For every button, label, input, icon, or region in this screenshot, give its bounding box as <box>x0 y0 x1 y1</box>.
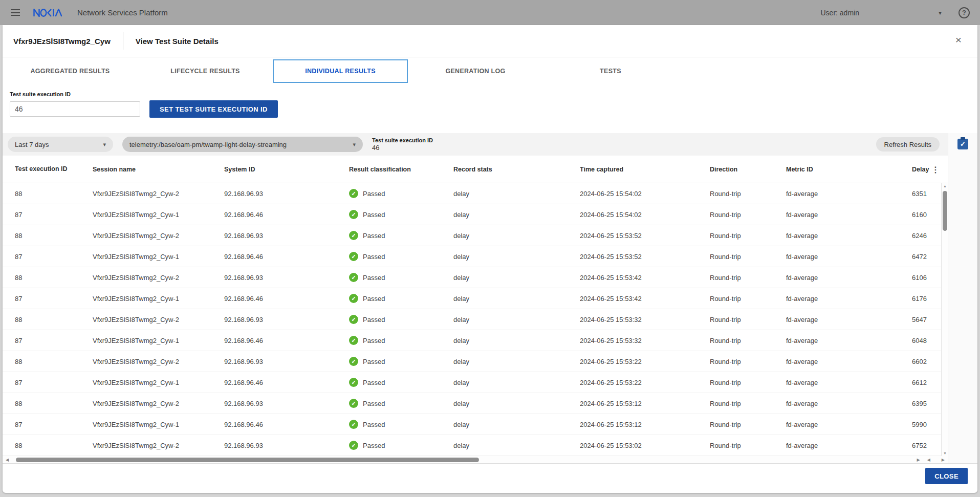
close-button[interactable]: CLOSE <box>925 468 968 484</box>
passed-icon: ✓ <box>349 399 358 408</box>
col-system-id[interactable]: System ID <box>224 166 349 173</box>
cell-exec-id: 88 <box>15 190 93 198</box>
cell-time-captured: 2024-06-25 15:53:22 <box>580 358 710 365</box>
table-row[interactable]: 88Vfxr9JEzSlSI8Twmg2_Cyw-292.168.96.93✓P… <box>3 435 948 456</box>
cell-exec-id: 88 <box>15 316 93 323</box>
table-row[interactable]: 87Vfxr9JEzSlSI8Twmg2_Cyw-192.168.96.46✓P… <box>3 288 948 309</box>
vscroll-thumb[interactable] <box>943 191 947 231</box>
col-time-captured[interactable]: Time captured <box>580 166 710 173</box>
cell-record-stats: delay <box>453 400 580 407</box>
cell-direction: Round-trip <box>710 211 786 219</box>
table-row[interactable]: 88Vfxr9JEzSlSI8Twmg2_Cyw-292.168.96.93✓P… <box>3 225 948 246</box>
pinned-scroll-left-icon[interactable]: ◀ <box>927 458 930 462</box>
topbar: Network Services Platform User: admin ▾ … <box>0 0 980 25</box>
exec-id-input[interactable] <box>10 101 140 117</box>
cell-system-id: 92.168.96.46 <box>224 421 349 428</box>
table-row[interactable]: 87Vfxr9JEzSlSI8Twmg2_Cyw-192.168.96.46✓P… <box>3 204 948 225</box>
column-menu-icon[interactable]: ⋮ <box>931 165 940 175</box>
result-label: Passed <box>363 274 385 282</box>
cell-metric-id: fd-average <box>786 274 912 282</box>
col-record-stats[interactable]: Record stats <box>453 166 580 173</box>
scroll-down-icon[interactable]: ▼ <box>942 451 948 455</box>
table-row[interactable]: 88Vfxr9JEzSlSI8Twmg2_Cyw-292.168.96.93✓P… <box>3 309 948 330</box>
cell-record-stats: delay <box>453 253 580 261</box>
dialog-title: View Test Suite Details <box>136 37 219 46</box>
scroll-right-icon[interactable]: ▶ <box>917 458 920 462</box>
set-exec-id-button[interactable]: SET TEST SUITE EXECUTION ID <box>149 100 278 118</box>
tab-lifecycle-results[interactable]: LIFECYCLE RESULTS <box>138 59 273 83</box>
cell-metric-id: fd-average <box>786 400 912 407</box>
select-all-checkbox[interactable]: ✓ <box>957 139 968 149</box>
cell-time-captured: 2024-06-25 15:53:22 <box>580 379 710 386</box>
cell-system-id: 92.168.96.93 <box>224 190 349 198</box>
table-row[interactable]: 87Vfxr9JEzSlSI8Twmg2_Cyw-192.168.96.46✓P… <box>3 330 948 351</box>
col-result-classification[interactable]: Result classification <box>349 166 453 173</box>
cell-session-name: Vfxr9JEzSlSI8Twmg2_Cyw-2 <box>93 232 224 240</box>
refresh-results-button[interactable]: Refresh Results <box>876 137 940 152</box>
cell-system-id: 92.168.96.93 <box>224 316 349 323</box>
suite-name: Vfxr9JEzSlSI8Twmg2_Cyw <box>13 37 111 46</box>
menu-icon[interactable] <box>11 8 20 18</box>
help-icon[interactable]: ? <box>959 7 970 18</box>
tab-aggregated-results[interactable]: AGGREGATED RESULTS <box>3 59 138 83</box>
table-row[interactable]: 88Vfxr9JEzSlSI8Twmg2_Cyw-292.168.96.93✓P… <box>3 351 948 372</box>
cell-session-name: Vfxr9JEzSlSI8Twmg2_Cyw-2 <box>93 190 224 198</box>
cell-exec-id: 87 <box>15 295 93 302</box>
table-row[interactable]: 87Vfxr9JEzSlSI8Twmg2_Cyw-192.168.96.46✓P… <box>3 372 948 393</box>
result-label: Passed <box>363 211 385 219</box>
dialog-footer: CLOSE <box>3 463 977 488</box>
filter-exec-id: Test suite execution ID 46 <box>372 137 433 152</box>
cell-metric-id: fd-average <box>786 442 912 449</box>
cell-result: ✓Passed <box>349 252 453 261</box>
tab-individual-results[interactable]: INDIVIDUAL RESULTS <box>273 59 408 83</box>
scroll-left-icon[interactable]: ◀ <box>6 458 9 462</box>
pinned-scroll-right-icon[interactable]: ▶ <box>942 458 945 462</box>
user-menu-label[interactable]: User: admin <box>821 9 859 17</box>
table-row[interactable]: 87Vfxr9JEzSlSI8Twmg2_Cyw-192.168.96.46✓P… <box>3 246 948 267</box>
hscroll-thumb[interactable] <box>16 458 479 462</box>
result-label: Passed <box>363 232 385 240</box>
table-row[interactable]: 87Vfxr9JEzSlSI8Twmg2_Cyw-192.168.96.46✓P… <box>3 414 948 435</box>
col-direction[interactable]: Direction <box>710 166 786 173</box>
close-icon[interactable]: × <box>955 34 962 45</box>
cell-result: ✓Passed <box>349 315 453 324</box>
tab-generation-log[interactable]: GENERATION LOG <box>408 59 543 83</box>
cell-time-captured: 2024-06-25 15:53:12 <box>580 400 710 407</box>
cell-record-stats: delay <box>453 442 580 449</box>
hscroll-track[interactable] <box>12 458 913 462</box>
table-row[interactable]: 88Vfxr9JEzSlSI8Twmg2_Cyw-292.168.96.93✓P… <box>3 393 948 414</box>
cell-direction: Round-trip <box>710 421 786 428</box>
cell-record-stats: delay <box>453 232 580 240</box>
passed-icon: ✓ <box>349 294 358 303</box>
cell-system-id: 92.168.96.46 <box>224 295 349 302</box>
cell-direction: Round-trip <box>710 190 786 198</box>
cell-result: ✓Passed <box>349 357 453 366</box>
cell-time-captured: 2024-06-25 15:53:42 <box>580 295 710 302</box>
table-body: 88Vfxr9JEzSlSI8Twmg2_Cyw-292.168.96.93✓P… <box>3 183 948 456</box>
passed-icon: ✓ <box>349 336 358 345</box>
time-range-dropdown[interactable]: Last 7 days ▾ <box>8 137 113 152</box>
col-metric-id[interactable]: Metric ID <box>786 166 912 173</box>
table-row[interactable]: 88Vfxr9JEzSlSI8Twmg2_Cyw-292.168.96.93✓P… <box>3 267 948 288</box>
cell-metric-id: fd-average <box>786 295 912 302</box>
cell-direction: Round-trip <box>710 253 786 261</box>
cell-session-name: Vfxr9JEzSlSI8Twmg2_Cyw-2 <box>93 400 224 407</box>
cell-system-id: 92.168.96.93 <box>224 232 349 240</box>
col-session-name[interactable]: Session name <box>93 166 224 173</box>
user-menu-caret-icon[interactable]: ▾ <box>939 9 942 16</box>
passed-icon: ✓ <box>349 273 358 282</box>
col-delay[interactable]: Delay <box>912 166 948 173</box>
tab-tests[interactable]: TESTS <box>543 59 678 83</box>
cell-metric-id: fd-average <box>786 211 912 219</box>
scroll-up-icon[interactable]: ▲ <box>942 184 948 188</box>
passed-icon: ✓ <box>349 189 358 198</box>
cell-metric-id: fd-average <box>786 379 912 386</box>
cell-exec-id: 87 <box>15 211 93 219</box>
table-row[interactable]: 88Vfxr9JEzSlSI8Twmg2_Cyw-292.168.96.93✓P… <box>3 183 948 204</box>
cell-session-name: Vfxr9JEzSlSI8Twmg2_Cyw-1 <box>93 379 224 386</box>
passed-icon: ✓ <box>349 315 358 324</box>
cell-time-captured: 2024-06-25 15:53:12 <box>580 421 710 428</box>
telemetry-dropdown[interactable]: telemetry:/base/oam-pm/twamp-light-delay… <box>122 137 363 152</box>
cell-record-stats: delay <box>453 316 580 323</box>
col-test-execution-id[interactable]: Test execution ID <box>15 165 93 174</box>
